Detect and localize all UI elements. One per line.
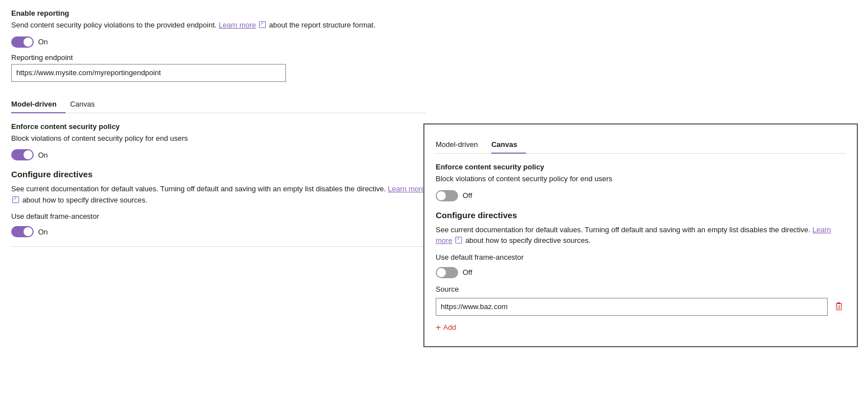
use-default-frame-ancestor-section-left: Use default frame-ancestor On	[11, 212, 426, 237]
tab-canvas-left[interactable]: Canvas	[70, 95, 104, 113]
tab-model-driven-left[interactable]: Model-driven	[11, 95, 66, 113]
enforce-csp-toggle-row-left: On	[11, 149, 426, 160]
source-label: Source	[436, 285, 846, 293]
configure-directives-desc-left: See current documentation for default va…	[11, 183, 426, 205]
frame-ancestor-toggle-label-right: Off	[463, 268, 472, 277]
left-panel-tabs: Model-driven Canvas	[11, 95, 426, 113]
frame-ancestor-toggle-row-left: On	[11, 226, 426, 237]
tab-canvas-right[interactable]: Canvas	[491, 136, 526, 153]
source-input[interactable]	[436, 298, 828, 316]
use-default-frame-ancestor-section-right: Use default frame-ancestor Off	[436, 253, 846, 278]
enable-reporting-learn-more-link[interactable]: Learn more	[219, 21, 256, 29]
right-panel-tabs: Model-driven Canvas	[436, 136, 846, 154]
enforce-csp-description-right: Block violations of content security pol…	[436, 173, 846, 185]
enforce-csp-title-right: Enforce content security policy	[436, 163, 846, 171]
enable-reporting-toggle[interactable]	[11, 36, 34, 48]
trash-icon	[834, 302, 843, 311]
frame-ancestor-toggle-left[interactable]	[11, 226, 34, 237]
external-link-icon-3	[455, 237, 462, 243]
enforce-csp-section-right: Enforce content security policy Block vi…	[436, 163, 846, 201]
reporting-endpoint-section: Reporting endpoint	[11, 53, 426, 91]
configure-directives-section-right: Configure directives See current documen…	[436, 210, 846, 246]
configure-directives-title-left: Configure directives	[11, 169, 426, 179]
add-button-label: Add	[443, 323, 456, 332]
frame-ancestor-toggle-row-right: Off	[436, 267, 846, 278]
external-link-icon-2	[12, 196, 19, 203]
tab-model-driven-right[interactable]: Model-driven	[436, 136, 487, 153]
enforce-csp-title-left: Enforce content security policy	[11, 122, 426, 131]
reporting-endpoint-input[interactable]	[11, 64, 286, 82]
right-panel-overlay: Model-driven Canvas Enforce content secu…	[423, 123, 858, 347]
enforce-csp-toggle-label-left: On	[38, 151, 48, 159]
add-source-button[interactable]: + Add	[436, 320, 456, 335]
reporting-endpoint-label: Reporting endpoint	[11, 53, 426, 62]
enforce-csp-toggle-left[interactable]	[11, 149, 34, 160]
frame-ancestor-label-right: Use default frame-ancestor	[436, 253, 846, 261]
enforce-csp-toggle-label-right: Off	[463, 191, 472, 200]
divider-left	[11, 246, 426, 247]
frame-ancestor-toggle-right[interactable]	[436, 267, 458, 278]
source-input-row	[436, 298, 846, 316]
enable-reporting-toggle-label: On	[38, 38, 48, 46]
enable-reporting-toggle-row: On	[11, 36, 426, 48]
external-link-icon	[259, 21, 266, 28]
configure-directives-desc-right: See current documentation for default va…	[436, 224, 846, 246]
enforce-csp-description-left: Block violations of content security pol…	[11, 133, 426, 144]
enable-reporting-section: Enable reporting Send content security p…	[11, 9, 426, 48]
frame-ancestor-label-left: Use default frame-ancestor	[11, 212, 426, 220]
source-section-right: Source + Add	[436, 285, 846, 335]
configure-directives-section-left: Configure directives See current documen…	[11, 169, 426, 205]
enable-reporting-description: Send content security policy violations …	[11, 20, 426, 31]
enforce-csp-toggle-right[interactable]	[436, 190, 458, 201]
delete-source-button[interactable]	[832, 301, 846, 312]
enforce-csp-toggle-row-right: Off	[436, 190, 846, 201]
enable-reporting-title: Enable reporting	[11, 9, 426, 17]
configure-directives-learn-more-left[interactable]: Learn more	[388, 185, 425, 193]
add-icon: +	[436, 323, 441, 333]
frame-ancestor-toggle-label-left: On	[38, 228, 48, 236]
enforce-csp-section-left: Enforce content security policy Block vi…	[11, 122, 426, 161]
configure-directives-title-right: Configure directives	[436, 210, 846, 220]
